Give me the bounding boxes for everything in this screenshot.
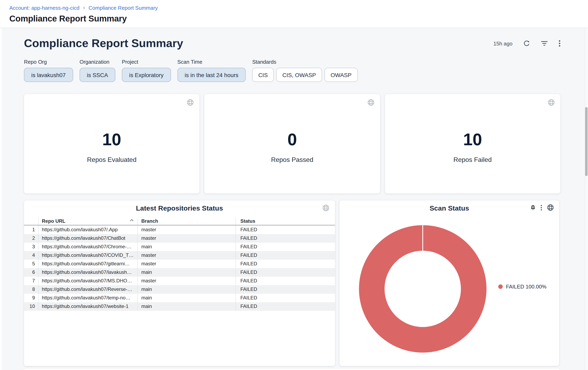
stat-cards-row: 10 Repos Evaluated 0 Repos Passed 10 Rep…: [24, 94, 560, 193]
column-header-status[interactable]: Status: [236, 218, 335, 225]
filter-label: Organization: [80, 59, 115, 65]
legend-color-dot: [498, 284, 503, 289]
globe-icon[interactable]: [548, 99, 555, 106]
filter-group-project: Project is Exploratory: [122, 59, 171, 82]
stat-label: Repos Passed: [271, 156, 313, 163]
globe-icon[interactable]: [547, 204, 554, 211]
kebab-menu-icon[interactable]: [540, 205, 542, 210]
scan-panel-toolbar: [530, 204, 554, 211]
table-row[interactable]: 5 https://github.com/lavakush07/gitlearn…: [24, 260, 335, 268]
standards-chip-cis-owasp[interactable]: CIS, OWASP: [276, 68, 322, 82]
donut-legend-item-failed[interactable]: FAILED 100.00%: [498, 284, 546, 290]
stat-value: 0: [287, 130, 297, 149]
vertical-scrollbar-track[interactable]: [585, 28, 588, 370]
breadcrumb-account-link[interactable]: Account: app-harness-ng-cicd: [9, 5, 79, 11]
sort-ascending-caret-icon: [130, 219, 134, 221]
table-row[interactable]: 3 https://github.com/lavakush07/Chrome-……: [24, 243, 335, 251]
stat-label: Repos Evaluated: [87, 156, 136, 163]
table-row[interactable]: 6 https://github.com/lavakush07/lavakush…: [24, 268, 335, 277]
filter-chip-scan-time[interactable]: is in the last 24 hours: [178, 68, 246, 82]
row-number-header: [24, 218, 38, 225]
filter-chip-organization[interactable]: is SSCA: [80, 68, 115, 82]
scan-status-donut-failed-slice[interactable]: [359, 225, 486, 352]
repositories-table: Repo URL Branch Status 1 https://github.…: [24, 218, 335, 311]
breadcrumb-current-link[interactable]: Compliance Report Summary: [89, 5, 158, 11]
donut-slice-divider: [422, 225, 423, 251]
app-header: Account: app-harness-ng-cicd › Complianc…: [0, 0, 588, 28]
table-row[interactable]: 4 https://github.com/lavakush07/COVID_T……: [24, 251, 335, 260]
breadcrumb: Account: app-harness-ng-cicd › Complianc…: [9, 5, 158, 11]
filter-group-scan-time: Scan Time is in the last 24 hours: [178, 59, 246, 82]
scan-panel-title: Scan Status: [339, 204, 559, 213]
last-updated-text: 15h ago: [494, 40, 513, 46]
donut-hole: [385, 251, 461, 327]
filter-label: Project: [122, 59, 171, 65]
filter-label: Repo Org: [24, 59, 73, 65]
stat-value: 10: [463, 130, 482, 149]
filter-group-standards: Standards CIS CIS, OWASP OWASP: [252, 59, 357, 82]
scan-status-panel: Scan Status: [339, 200, 559, 366]
bell-plus-icon[interactable]: [530, 205, 536, 210]
stat-label: Repos Failed: [453, 156, 492, 163]
table-row[interactable]: 9 https://github.com/lavakush07/temp-no……: [24, 294, 335, 302]
filter-label: Scan Time: [178, 59, 246, 65]
page-title: Compliance Report Summary: [9, 14, 127, 23]
kebab-menu-icon[interactable]: [559, 40, 560, 47]
stat-value: 10: [102, 130, 121, 149]
chevron-right-icon: ›: [83, 4, 85, 11]
left-gutter: [0, 28, 2, 370]
filter-label: Standards: [252, 59, 357, 65]
legend-label: FAILED 100.00%: [506, 284, 546, 290]
filter-group-repo-org: Repo Org is lavakush07: [24, 59, 73, 82]
standards-chip-cis[interactable]: CIS: [252, 68, 274, 82]
table-row[interactable]: 2 https://github.com/lavakush07/ChatBot …: [24, 234, 335, 243]
filter-chip-project[interactable]: is Exploratory: [122, 68, 171, 82]
table-header-row: Repo URL Branch Status: [24, 218, 335, 225]
globe-icon[interactable]: [367, 99, 374, 106]
refresh-icon[interactable]: [524, 40, 530, 47]
filter-group-organization: Organization is SSCA: [80, 59, 115, 82]
column-header-branch[interactable]: Branch: [137, 218, 236, 225]
stat-card-repos-failed: 10 Repos Failed: [385, 94, 560, 193]
stat-card-repos-passed: 0 Repos Passed: [204, 94, 380, 193]
latest-repositories-panel: Latest Repositories Status Repo URL Br: [24, 200, 335, 366]
next-panel-top-edge: [24, 369, 559, 370]
report-toolbar: 15h ago: [494, 40, 560, 47]
filter-icon[interactable]: [541, 40, 548, 46]
report-title: Compliance Report Summary: [24, 37, 183, 50]
globe-icon[interactable]: [322, 204, 329, 211]
filters-bar: Repo Org is lavakush07 Organization is S…: [24, 59, 357, 82]
table-panel-title: Latest Repositories Status: [24, 204, 335, 213]
table-row[interactable]: 1 https://github.com/lavakush07/.App mas…: [24, 226, 335, 234]
standards-chip-owasp[interactable]: OWASP: [325, 68, 357, 82]
vertical-scrollbar-thumb[interactable]: [585, 107, 588, 176]
table-row[interactable]: 7 https://github.com/lavakush07/MS.DHO… …: [24, 277, 335, 285]
column-header-repo-url[interactable]: Repo URL: [38, 218, 137, 225]
filter-chip-repo-org[interactable]: is lavakush07: [24, 68, 73, 82]
table-row[interactable]: 8 https://github.com/lavakush07/Reverse-…: [24, 285, 335, 294]
dashboard-page: Account: app-harness-ng-cicd › Complianc…: [0, 0, 588, 370]
globe-icon[interactable]: [187, 99, 194, 106]
table-row[interactable]: 10 https://github.com/lavakush07/website…: [24, 302, 335, 311]
stat-card-repos-evaluated: 10 Repos Evaluated: [24, 94, 200, 193]
